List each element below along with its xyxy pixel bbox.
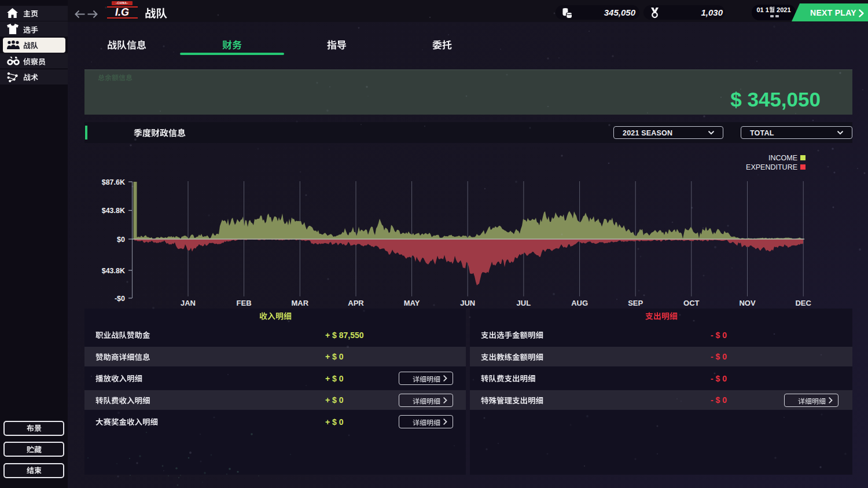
svg-text:SEP: SEP [628,299,643,307]
svg-text:MAY: MAY [404,299,420,307]
svg-text:DEC: DEC [795,299,811,307]
svg-text:MAR: MAR [291,299,308,307]
svg-text:$43.8K: $43.8K [102,207,125,215]
svg-text:JAN: JAN [181,299,196,307]
svg-text:-$0: -$0 [115,295,125,303]
svg-text:$87.6K: $87.6K [102,178,125,186]
svg-text:$43.8K: $43.8K [102,267,125,275]
svg-text:JUN: JUN [460,299,475,307]
svg-text:JUL: JUL [517,299,531,307]
svg-text:$0: $0 [117,236,125,244]
svg-text:OCT: OCT [683,299,700,307]
svg-text:FEB: FEB [237,299,252,307]
svg-text:APR: APR [348,299,364,307]
svg-text:NOV: NOV [739,299,756,307]
svg-text:AUG: AUG [571,299,588,307]
